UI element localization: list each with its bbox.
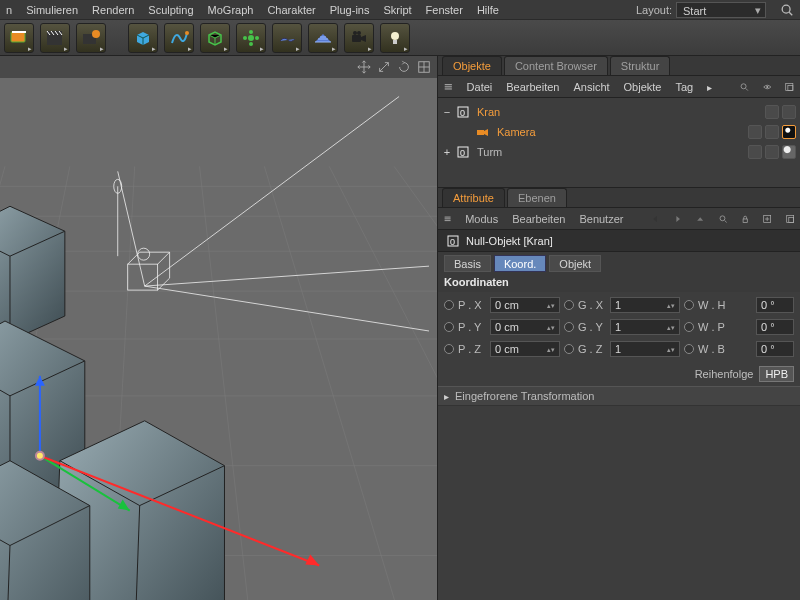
om-menu-view[interactable]: Ansicht xyxy=(573,81,609,93)
layer-flag[interactable] xyxy=(748,125,762,139)
tree-label[interactable]: Turm xyxy=(474,146,505,158)
tab-layers[interactable]: Ebenen xyxy=(507,188,567,207)
anim-dot[interactable] xyxy=(684,344,694,354)
menu-item[interactable]: Simulieren xyxy=(26,4,78,16)
om-menu-file[interactable]: Datei xyxy=(467,81,493,93)
menu-item[interactable]: Rendern xyxy=(92,4,134,16)
sub-tab-koord[interactable]: Koord. xyxy=(494,255,546,272)
expand-toggle[interactable]: − xyxy=(442,106,452,118)
attr-menu-mode[interactable]: Modus xyxy=(465,213,498,225)
camera-tag-icon[interactable] xyxy=(782,125,796,139)
tool-light-button[interactable] xyxy=(380,23,410,53)
tree-label[interactable]: Kran xyxy=(474,106,503,118)
tool-generator-button[interactable] xyxy=(200,23,230,53)
tool-spline-button[interactable] xyxy=(164,23,194,53)
anim-dot[interactable] xyxy=(684,322,694,332)
panel-popout-icon[interactable] xyxy=(785,81,794,93)
anim-dot[interactable] xyxy=(564,300,574,310)
anim-dot[interactable] xyxy=(564,344,574,354)
tree-row-kamera[interactable]: Kamera xyxy=(442,122,796,142)
om-menu-overflow[interactable] xyxy=(707,81,712,93)
visibility-flag[interactable] xyxy=(765,145,779,159)
sub-tab-objekt[interactable]: Objekt xyxy=(549,255,601,272)
tool-environment-button[interactable] xyxy=(272,23,302,53)
coord-label-py: P . Y xyxy=(458,321,486,333)
menu-item[interactable]: Skript xyxy=(383,4,411,16)
panel-menu-icon[interactable] xyxy=(444,213,451,225)
visibility-flag[interactable] xyxy=(782,105,796,119)
3d-viewport[interactable] xyxy=(0,56,438,600)
anim-dot[interactable] xyxy=(444,322,454,332)
om-menu-objects[interactable]: Objekte xyxy=(624,81,662,93)
om-menu-edit[interactable]: Bearbeiten xyxy=(506,81,559,93)
tool-floor-button[interactable] xyxy=(308,23,338,53)
anim-dot[interactable] xyxy=(444,344,454,354)
menu-item[interactable]: Hilfe xyxy=(477,4,499,16)
coord-input-wp[interactable]: 0 ° xyxy=(756,319,794,335)
eye-icon[interactable] xyxy=(763,81,772,93)
svg-point-47 xyxy=(741,83,746,88)
panel-menu-icon[interactable] xyxy=(444,81,453,93)
tree-row-turm[interactable]: + 0 Turm xyxy=(442,142,796,162)
tool-deformer-button[interactable] xyxy=(236,23,266,53)
visibility-flag[interactable] xyxy=(765,125,779,139)
coord-input-px[interactable]: 0 cm▴▾ xyxy=(490,297,560,313)
svg-point-8 xyxy=(248,35,254,41)
attr-menu-user[interactable]: Benutzer xyxy=(579,213,623,225)
search-icon[interactable] xyxy=(719,212,727,226)
menu-item[interactable]: Plug-ins xyxy=(330,4,370,16)
nav-back-icon[interactable] xyxy=(651,212,659,226)
tool-cube-primitive-button[interactable] xyxy=(128,23,158,53)
coord-input-wh[interactable]: 0 ° xyxy=(756,297,794,313)
attr-menu-edit[interactable]: Bearbeiten xyxy=(512,213,565,225)
tree-label[interactable]: Kamera xyxy=(494,126,539,138)
anim-dot[interactable] xyxy=(564,322,574,332)
coord-input-py[interactable]: 0 cm▴▾ xyxy=(490,319,560,335)
svg-text:0: 0 xyxy=(450,237,455,247)
tab-objects[interactable]: Objekte xyxy=(442,56,502,75)
tool-camera-button[interactable] xyxy=(344,23,374,53)
ordering-dropdown[interactable]: HPB xyxy=(759,366,794,382)
tab-content-browser[interactable]: Content Browser xyxy=(504,56,608,75)
tool-clapper-button[interactable] xyxy=(40,23,70,53)
anim-dot[interactable] xyxy=(444,300,454,310)
svg-rect-59 xyxy=(445,220,451,221)
menu-item[interactable]: Charakter xyxy=(267,4,315,16)
layer-flag[interactable] xyxy=(748,145,762,159)
anim-dot[interactable] xyxy=(684,300,694,310)
material-tag-icon[interactable] xyxy=(782,145,796,159)
svg-line-48 xyxy=(746,88,748,90)
om-menu-tag[interactable]: Tag xyxy=(675,81,693,93)
layer-flag[interactable] xyxy=(765,105,779,119)
coord-input-pz[interactable]: 0 cm▴▾ xyxy=(490,341,560,357)
frozen-transform-expander[interactable]: Eingefrorene Transformation xyxy=(438,386,800,406)
tree-row-kran[interactable]: − 0 Kran xyxy=(442,102,796,122)
panel-popout-icon[interactable] xyxy=(786,212,794,226)
sub-tab-basis[interactable]: Basis xyxy=(444,255,491,272)
layout-dropdown[interactable]: Start xyxy=(676,2,766,18)
nav-forward-icon[interactable] xyxy=(674,212,682,226)
menu-item[interactable]: Fenster xyxy=(426,4,463,16)
expand-toggle[interactable]: + xyxy=(442,146,452,158)
search-icon[interactable] xyxy=(740,81,749,93)
attribute-toolbar: Modus Bearbeiten Benutzer xyxy=(438,208,800,230)
coord-input-wb[interactable]: 0 ° xyxy=(756,341,794,357)
new-window-icon[interactable] xyxy=(763,212,771,226)
tool-render-settings-button[interactable] xyxy=(76,23,106,53)
coord-input-gz[interactable]: 1▴▾ xyxy=(610,341,680,357)
tab-structure[interactable]: Struktur xyxy=(610,56,671,75)
tab-attributes[interactable]: Attribute xyxy=(442,188,505,207)
svg-point-11 xyxy=(249,30,253,34)
svg-text:0: 0 xyxy=(460,108,465,118)
menu-item[interactable]: MoGraph xyxy=(208,4,254,16)
coord-input-gx[interactable]: 1▴▾ xyxy=(610,297,680,313)
search-icon[interactable] xyxy=(780,3,794,17)
tool-undo-button[interactable] xyxy=(4,23,34,53)
coord-label-wh: W . H xyxy=(698,299,752,311)
nav-up-icon[interactable] xyxy=(696,212,704,226)
coord-input-gy[interactable]: 1▴▾ xyxy=(610,319,680,335)
menu-item[interactable]: n xyxy=(6,4,12,16)
lock-icon[interactable] xyxy=(741,212,749,226)
menu-item[interactable]: Sculpting xyxy=(148,4,193,16)
svg-rect-45 xyxy=(445,86,452,87)
